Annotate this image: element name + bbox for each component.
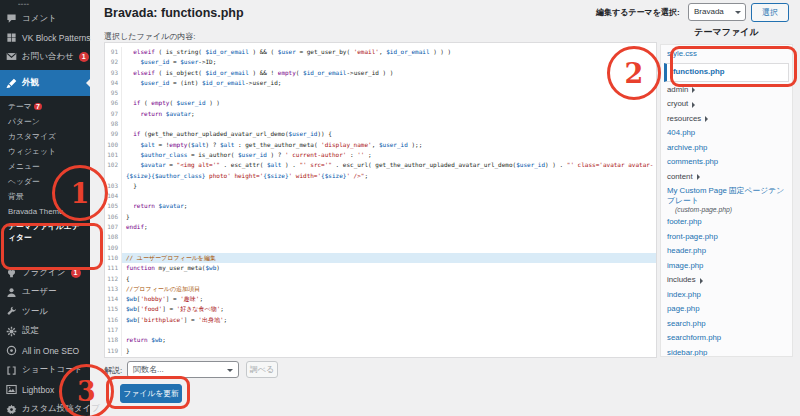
code-editor[interactable]: 91 elseif ( is_string( $id_or_email ) &&… — [104, 42, 657, 358]
submenu-item[interactable]: メニュー — [0, 159, 90, 174]
folder-includes[interactable]: includes — [661, 273, 792, 288]
file-sublabel: (custom-page.php) — [661, 206, 792, 215]
sidebar-item-label: ショートコード — [22, 364, 83, 376]
line-number: 117 — [105, 325, 122, 335]
theme-select-button[interactable]: 選択 — [751, 3, 789, 22]
line-number: 92 — [105, 57, 122, 67]
folder-admin[interactable]: admin — [661, 83, 792, 98]
file-header.php[interactable]: header.php — [661, 244, 792, 259]
file-page.php[interactable]: page.php — [661, 302, 792, 317]
code-line: 105 return $avatar; — [105, 201, 656, 211]
file-searchform.php[interactable]: searchform.php — [661, 331, 792, 346]
file-comments.php[interactable]: comments.php — [661, 155, 792, 170]
submenu-item[interactable]: カスタマイズ — [0, 129, 90, 144]
update-file-button[interactable]: ファイルを更新 — [120, 384, 182, 403]
code-line: 96 if ( empty( $user_id ) ) — [105, 98, 656, 108]
sidebar-item-label: VK Block Patterns — [22, 33, 91, 43]
code-text: } — [122, 181, 656, 191]
sidebar-item[interactable]: 設定 — [0, 322, 90, 342]
code-line: 101 $author_class = is_author( $user_id … — [105, 150, 656, 160]
sidebar-item[interactable]: ショートコード — [0, 361, 90, 381]
folder-cryout[interactable]: cryout — [661, 97, 792, 112]
code-line: 115$wb['food'] = '好きな食べ物'; — [105, 304, 656, 314]
theme-files-heading: テーマファイル — [660, 26, 793, 39]
submenu-item[interactable]: 背景 — [0, 189, 90, 204]
code-text: } — [122, 346, 656, 356]
sidebar-item[interactable]: カスタム投稿タイプ — [0, 400, 90, 416]
code-text: function my_user_meta($wb) — [122, 263, 656, 273]
sidebar-item[interactable]: ツール — [0, 302, 90, 322]
line-number: 101 — [105, 150, 122, 160]
admin-sidebar: ▪▪▪▪ コメントVK Block Patternsお問い合わせ1 外観 テーマ… — [0, 0, 90, 416]
code-line: 108 — [105, 232, 656, 242]
line-number: 119 — [105, 346, 122, 356]
line-number: 104 — [105, 191, 122, 201]
sidebar-item[interactable]: Lightbox — [0, 380, 90, 400]
code-line: 113//プロフィールの追加項目 — [105, 284, 656, 294]
code-line: 112{ — [105, 274, 656, 284]
code-line: 106} — [105, 212, 656, 222]
submenu-item[interactable]: Bravada Theme — [0, 204, 90, 219]
code-text: return $wb; — [122, 335, 656, 345]
line-number: 109 — [105, 243, 122, 253]
code-line: 102 $avatar = "<img alt='" . esc_attr( $… — [105, 160, 656, 181]
file-footer.php[interactable]: footer.php — [661, 215, 792, 230]
submenu-item[interactable]: ヘッダー — [0, 174, 90, 189]
sidebar-item[interactable]: コメント — [0, 9, 90, 28]
sidebar-item-label: コメント — [22, 13, 57, 25]
code-text: $alt = !empty($alt) ? $alt : get_the_aut… — [122, 140, 656, 150]
file-functions.php-selected[interactable]: functions.php — [664, 63, 789, 82]
file-search.php[interactable]: search.php — [661, 317, 792, 332]
line-number: 118 — [105, 335, 122, 345]
submenu-item[interactable]: テーマ 7 — [0, 99, 90, 114]
documentation-dropdown[interactable]: 関数名... — [127, 361, 239, 378]
code-line: 99 if (get_the_author_upladed_avatar_url… — [105, 129, 656, 139]
line-number: 93 — [105, 68, 122, 78]
count-badge: 7 — [34, 103, 42, 110]
grid-icon — [6, 32, 17, 43]
file-archive.php[interactable]: archive.php — [661, 141, 792, 156]
folder-resources[interactable]: resources — [661, 112, 792, 127]
code-text: elseif ( is_object( $id_or_email ) && ! … — [122, 68, 656, 78]
sidebar-item[interactable]: お問い合わせ1 — [0, 47, 90, 66]
code-line: 118return $wb; — [105, 335, 656, 345]
line-number: 97 — [105, 109, 122, 119]
file-image.php[interactable]: image.php — [661, 259, 792, 274]
line-number: 96 — [105, 98, 122, 108]
submenu-item[interactable]: パターン — [0, 114, 90, 129]
sidebar-item[interactable]: All in One SEO — [0, 341, 90, 361]
file-front-page.php[interactable]: front-page.php — [661, 230, 792, 245]
line-number: 116 — [105, 315, 122, 325]
code-line: 95 — [105, 88, 656, 98]
code-text — [122, 119, 656, 129]
line-number: 115 — [105, 304, 122, 314]
shortcode-icon — [6, 365, 17, 376]
comment-icon — [6, 13, 17, 24]
code-line: 100 $alt = !empty($alt) ? $alt : get_the… — [105, 140, 656, 150]
code-text: elseif ( is_string( $id_or_email ) && ( … — [122, 47, 656, 57]
file-index.php[interactable]: index.php — [661, 288, 792, 303]
submenu-item[interactable]: ウィジェット — [0, 144, 90, 159]
line-number: 108 — [105, 232, 122, 242]
code-text — [122, 325, 656, 335]
sidebar-item[interactable]: プラグイン1 — [0, 263, 90, 283]
folder-content[interactable]: content — [661, 170, 792, 185]
code-text — [122, 88, 656, 98]
file-My Custom Page 固定ページテンプレート[interactable]: My Custom Page 固定ページテンプレート — [661, 184, 792, 206]
theme-select-dropdown[interactable]: Bravada — [688, 3, 746, 21]
lookup-button[interactable]: 調べる — [246, 361, 278, 378]
file-404.php[interactable]: 404.php — [661, 126, 792, 141]
line-number: 106 — [105, 212, 122, 222]
code-line: 103 } — [105, 181, 656, 191]
sidebar-item-label: ツール — [22, 306, 48, 318]
sidebar-item[interactable]: ユーザー — [0, 283, 90, 303]
code-text: $wb['hobby'] = '趣味'; — [122, 294, 656, 304]
sidebar-top-group: コメントVK Block Patternsお問い合わせ1 — [0, 9, 90, 66]
file-sidebar.php[interactable]: sidebar.php — [661, 346, 792, 358]
sidebar-item[interactable]: VK Block Patterns — [0, 28, 90, 47]
sidebar-item-appearance[interactable]: 外観 — [0, 70, 90, 96]
folder-arrow-icon — [692, 87, 698, 93]
code-text: $author_class = is_author( $user_id ) ? … — [122, 150, 656, 160]
submenu-item[interactable]: テーマファイルエディター — [0, 219, 90, 245]
file-style.css[interactable]: style.css — [661, 47, 792, 62]
